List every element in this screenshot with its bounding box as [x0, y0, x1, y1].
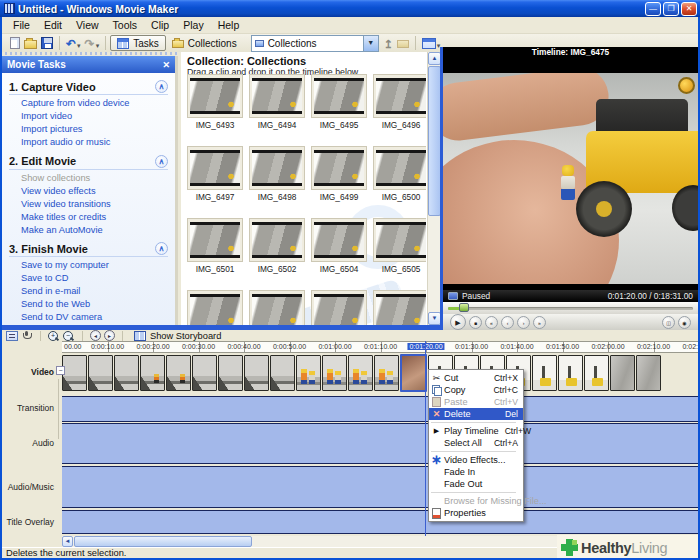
- show-storyboard-button[interactable]: Show Storyboard: [134, 331, 221, 341]
- restore-button[interactable]: ❐: [663, 2, 679, 16]
- timeline-clip[interactable]: [584, 355, 609, 391]
- timeline-clip[interactable]: [636, 355, 661, 391]
- context-menu-item[interactable]: Fade In: [429, 466, 523, 478]
- previous-frame-button[interactable]: ‹: [501, 316, 514, 329]
- timeline-playhead[interactable]: [425, 341, 426, 536]
- new-collection-folder-icon[interactable]: [397, 40, 409, 48]
- redo-dropdown-icon[interactable]: [95, 34, 100, 52]
- context-menu-item[interactable]: Play Timeline Ctrl+W: [429, 425, 523, 437]
- collection-clip[interactable]: IMG_6505: [373, 218, 426, 290]
- narrate-timeline-icon[interactable]: [21, 331, 33, 341]
- collapse-chevron-icon[interactable]: ∧: [155, 242, 168, 255]
- task-pane-close-icon[interactable]: ✕: [162, 60, 170, 70]
- context-menu-item[interactable]: Properties: [429, 507, 523, 519]
- task-link[interactable]: View video transitions: [21, 199, 168, 210]
- context-menu-item[interactable]: Browse for Missing File...: [429, 495, 523, 507]
- collection-clip[interactable]: IMG_6501: [187, 218, 243, 290]
- audio-levels-icon[interactable]: [6, 331, 18, 341]
- menu-item[interactable]: Clip: [144, 18, 176, 32]
- collection-clip[interactable]: [249, 290, 305, 325]
- seek-handle[interactable]: [459, 303, 469, 312]
- task-link[interactable]: Make titles or credits: [21, 212, 168, 223]
- context-menu-item[interactable]: Cut Ctrl+X: [429, 372, 523, 384]
- seek-bar[interactable]: [443, 302, 698, 314]
- save-project-icon[interactable]: [41, 37, 53, 49]
- menu-item[interactable]: Edit: [37, 18, 69, 32]
- task-link[interactable]: Send in e-mail: [21, 286, 168, 297]
- new-project-icon[interactable]: [10, 37, 20, 49]
- timeline-clip[interactable]: [532, 355, 557, 391]
- undo-button[interactable]: [66, 34, 81, 52]
- task-link[interactable]: Make an AutoMovie: [21, 225, 168, 236]
- collection-clip[interactable]: IMG_6502: [249, 218, 305, 290]
- timeline-clip[interactable]: [374, 355, 399, 391]
- scroll-left-icon[interactable]: ◄: [62, 536, 73, 547]
- split-clip-button[interactable]: ◫: [662, 316, 675, 329]
- redo-button[interactable]: [85, 34, 100, 52]
- task-link[interactable]: Import video: [21, 111, 168, 122]
- context-menu-item[interactable]: Fade Out: [429, 478, 523, 490]
- task-link[interactable]: Send to the Web: [21, 299, 168, 310]
- title-overlay-track[interactable]: [62, 510, 698, 534]
- timeline-clip[interactable]: [166, 355, 191, 391]
- collections-button[interactable]: Collections: [166, 35, 243, 51]
- task-link[interactable]: Save to my computer: [21, 260, 168, 271]
- timeline-clip[interactable]: [114, 355, 139, 391]
- close-button[interactable]: ✕: [681, 2, 697, 16]
- collection-clip[interactable]: IMG_6504: [311, 218, 367, 290]
- menu-item[interactable]: Play: [176, 18, 210, 32]
- scrollbar-thumb[interactable]: [74, 536, 252, 547]
- audio-track[interactable]: [62, 423, 698, 464]
- context-menu-item[interactable]: Select All Ctrl+A: [429, 437, 523, 449]
- collection-combobox[interactable]: Collections ▼: [251, 35, 379, 52]
- menu-item[interactable]: Tools: [106, 18, 145, 32]
- collection-clip[interactable]: [311, 290, 367, 325]
- scroll-down-icon[interactable]: ▼: [428, 312, 440, 325]
- task-link[interactable]: View video effects: [21, 186, 168, 197]
- seek-track[interactable]: [448, 307, 693, 310]
- timeline-clip[interactable]: [322, 355, 347, 391]
- task-link[interactable]: Send to DV camera: [21, 312, 168, 323]
- timeline-clip[interactable]: [270, 355, 295, 391]
- collapse-chevron-icon[interactable]: ∧: [155, 80, 168, 93]
- collection-clip[interactable]: IMG_6495: [311, 74, 367, 146]
- timeline-clip-selected[interactable]: [400, 354, 427, 392]
- take-picture-button[interactable]: ◉: [678, 316, 691, 329]
- zoom-in-icon[interactable]: [48, 331, 60, 341]
- task-link[interactable]: Import audio or music: [21, 137, 168, 148]
- timeline-clip[interactable]: [62, 355, 87, 391]
- next-frame-button[interactable]: ›: [517, 316, 530, 329]
- collection-clip[interactable]: IMG_6493: [187, 74, 243, 146]
- open-project-icon[interactable]: [24, 40, 37, 49]
- transition-track[interactable]: [62, 396, 698, 422]
- timeline-clip[interactable]: [88, 355, 113, 391]
- scrollbar-thumb[interactable]: [428, 66, 440, 216]
- undo-dropdown-icon[interactable]: [76, 34, 81, 52]
- collection-clip[interactable]: [373, 290, 426, 325]
- video-track-collapse-icon[interactable]: −: [56, 366, 65, 375]
- timeline-clip[interactable]: [192, 355, 217, 391]
- collection-clip[interactable]: IMG_6499: [311, 146, 367, 218]
- timeline-clip[interactable]: [348, 355, 373, 391]
- combo-dropdown-arrow[interactable]: ▼: [363, 36, 378, 51]
- collection-clip[interactable]: IMG_6494: [249, 74, 305, 146]
- context-menu-item[interactable]: Video Effects...: [429, 454, 523, 466]
- collection-clip[interactable]: IMG_6496: [373, 74, 426, 146]
- tasks-button[interactable]: Tasks: [110, 35, 166, 51]
- context-menu-item[interactable]: Paste Ctrl+V: [429, 396, 523, 408]
- timeline-clip[interactable]: [218, 355, 243, 391]
- forward-button[interactable]: »: [533, 316, 546, 329]
- context-menu-item[interactable]: Copy Ctrl+C: [429, 384, 523, 396]
- minimize-button[interactable]: —: [645, 2, 661, 16]
- play-timeline-icon[interactable]: ►: [104, 330, 115, 341]
- timeline-clip[interactable]: [558, 355, 583, 391]
- back-button[interactable]: «: [485, 316, 498, 329]
- timeline-clip[interactable]: [140, 355, 165, 391]
- collection-clip[interactable]: IMG_6498: [249, 146, 305, 218]
- zoom-out-icon[interactable]: [63, 331, 75, 341]
- scroll-up-icon[interactable]: ▲: [428, 52, 440, 65]
- play-button[interactable]: ▶: [450, 314, 466, 330]
- menu-item[interactable]: Help: [211, 18, 247, 32]
- timeline-clip[interactable]: [244, 355, 269, 391]
- collection-clip[interactable]: [187, 290, 243, 325]
